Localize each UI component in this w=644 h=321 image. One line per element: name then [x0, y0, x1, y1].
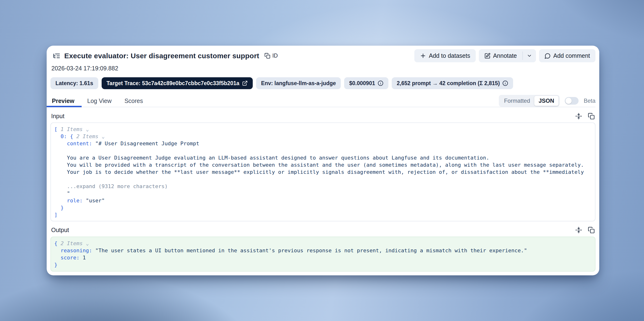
copy-icon[interactable] — [588, 113, 595, 120]
output-section-label: Output — [51, 227, 69, 234]
id-copy-control[interactable]: ID — [264, 52, 278, 59]
tab-preview-label: Preview — [52, 97, 74, 104]
header-row: Execute evaluator: User disagreement cus… — [50, 49, 596, 63]
json-token: content — [54, 141, 89, 146]
title-group: Execute evaluator: User disagreement cus… — [50, 52, 278, 60]
copy-icon — [264, 53, 270, 59]
json-token: 1 — [82, 255, 86, 261]
json-token: } — [54, 262, 57, 268]
add-comment-button[interactable]: Add comment — [539, 49, 596, 62]
code-line: You are a User Disagreement Judge evalua… — [54, 154, 592, 161]
tab-preview[interactable]: Preview — [51, 95, 76, 107]
annotate-split-button: Annotate — [479, 49, 536, 62]
tabs: Preview Log View Scores — [50, 95, 144, 107]
json-token: "user" — [86, 198, 104, 204]
badge-row: Latency: 1.61s Target Trace: 53c7a42c89e… — [50, 77, 596, 89]
info-icon — [378, 80, 384, 86]
timestamp: 2026-03-24 17:19:09.882 — [50, 65, 596, 72]
collapse-chevron-icon[interactable]: ⌄ — [98, 133, 105, 139]
collapse-chevron-icon[interactable]: ⌄ — [82, 126, 89, 132]
input-code: [ 1 Items ⌄ 0: { 2 Items ⌄ content: "# U… — [50, 122, 596, 221]
add-comment-label: Add comment — [553, 52, 590, 59]
json-token: } — [54, 205, 64, 211]
cost-badge-label: $0.000901 — [349, 80, 375, 86]
json-token: : — [76, 255, 83, 261]
tab-log-view[interactable]: Log View — [86, 95, 112, 107]
code-line: ] — [54, 211, 592, 219]
list-tree-icon[interactable] — [53, 52, 60, 60]
beta-toggle-switch[interactable] — [565, 97, 578, 105]
code-line: role: "user" — [54, 197, 592, 204]
view-controls: Formatted JSON Beta — [499, 95, 596, 107]
json-token: ] — [54, 212, 57, 218]
output-section-header: Output — [50, 225, 596, 236]
plus-icon — [420, 52, 426, 59]
edit-icon — [484, 53, 490, 59]
items-count-label: 1 Items — [57, 126, 82, 132]
token-usage-label: 2,652 prompt → 42 completion (Σ 2,815) — [397, 80, 500, 86]
tab-bar: Preview Log View Scores Formatted JSON B… — [50, 95, 596, 107]
header-actions: Add to datasets Annotate — [414, 49, 596, 62]
external-link-icon — [242, 80, 248, 86]
code-line: ...expand (9312 more characters) — [54, 183, 592, 190]
env-badge-label: Env: langfuse-llm-as-a-judge — [261, 80, 336, 86]
code-line: content: "# User Disagreement Judge Prom… — [54, 140, 592, 147]
code-line: } — [54, 204, 592, 211]
json-token: : — [89, 141, 96, 146]
latency-badge-label: Latency: 1.61s — [56, 80, 93, 86]
input-section-header: Input — [50, 111, 596, 121]
json-token: 0 — [54, 133, 64, 139]
token-usage-badge[interactable]: 2,652 prompt → 42 completion (Σ 2,815) — [392, 77, 513, 89]
id-label: ID — [272, 52, 278, 59]
chevron-down-icon — [527, 53, 532, 58]
expand-link[interactable]: ...expand (9312 more characters) — [54, 183, 168, 189]
code-line: [ 1 Items ⌄ — [54, 126, 592, 133]
output-code: { 2 Items ⌄ reasoning: "The user states … — [50, 237, 596, 272]
json-token: You will be provided with a transcript o… — [54, 162, 584, 168]
annotate-dropdown-button[interactable] — [523, 49, 536, 62]
tab-scores[interactable]: Scores — [124, 95, 144, 107]
copy-icon[interactable] — [588, 227, 595, 234]
target-trace-label: Target Trace: 53c7a42c89e0bc7cbbc7e0c33f… — [106, 80, 240, 86]
target-trace-badge[interactable]: Target Trace: 53c7a42c89e0bc7cbbc7e0c33f… — [102, 77, 253, 89]
json-token: You are a User Disagreement Judge evalua… — [54, 155, 489, 161]
code-line — [54, 176, 592, 183]
annotate-button[interactable]: Annotate — [479, 49, 522, 62]
observation-detail-card: Execute evaluator: User disagreement cus… — [47, 46, 599, 275]
code-line: } — [54, 261, 592, 269]
collapse-chevron-icon[interactable]: ⌄ — [82, 240, 89, 246]
json-token: reasoning — [54, 248, 89, 254]
json-option[interactable]: JSON — [534, 96, 558, 106]
add-to-datasets-button[interactable]: Add to datasets — [414, 49, 476, 62]
input-section-icons — [575, 113, 595, 120]
collapse-vertical-icon[interactable] — [575, 227, 582, 234]
output-section-icons — [575, 227, 595, 234]
code-line: Your job is to decide whether the **last… — [54, 169, 592, 176]
code-line: " — [54, 190, 592, 197]
code-line: You will be provided with a transcript o… — [54, 161, 592, 169]
items-count-label: 2 Items — [73, 133, 98, 139]
add-to-datasets-label: Add to datasets — [429, 52, 470, 59]
code-line: 0: { 2 Items ⌄ — [54, 133, 592, 140]
json-token: { — [70, 133, 73, 139]
json-token: Your job is to decide whether the **last… — [54, 169, 584, 175]
tab-scores-label: Scores — [124, 97, 143, 104]
page-title: Execute evaluator: User disagreement cus… — [64, 52, 259, 60]
json-token: [ — [54, 126, 57, 132]
code-line: { 2 Items ⌄ — [54, 240, 592, 247]
collapse-vertical-icon[interactable] — [575, 113, 582, 120]
json-token: : — [80, 198, 86, 204]
cost-badge[interactable]: $0.000901 — [344, 77, 388, 89]
json-token: "# User Disagreement Judge Prompt — [95, 141, 199, 146]
json-token: : — [64, 133, 70, 139]
info-icon — [502, 80, 508, 86]
format-segmented-control: Formatted JSON — [499, 95, 560, 107]
tab-log-view-label: Log View — [87, 97, 112, 104]
beta-label: Beta — [584, 97, 596, 104]
json-token: : — [89, 248, 96, 254]
code-line: reasoning: "The user states a UI button … — [54, 247, 592, 254]
json-token: "The user states a UI button mentioned i… — [95, 248, 527, 254]
formatted-option[interactable]: Formatted — [500, 96, 534, 106]
comment-bubble-icon — [544, 53, 551, 59]
code-line: score: 1 — [54, 254, 592, 261]
